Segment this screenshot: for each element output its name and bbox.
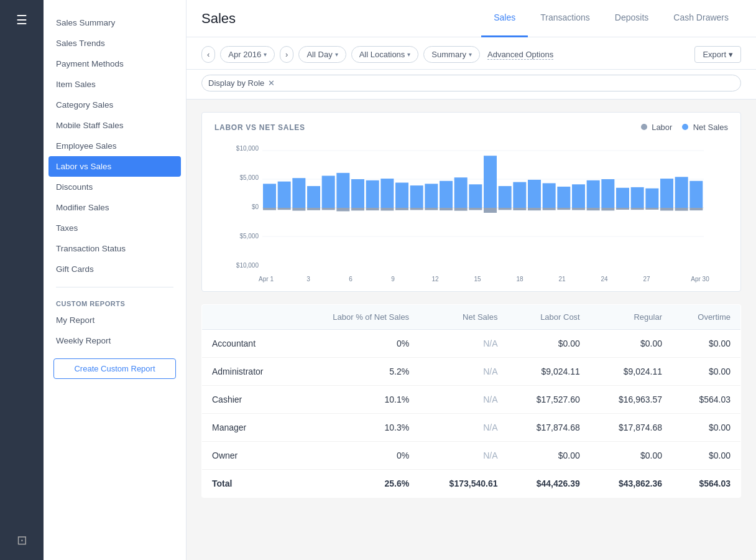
time-filter[interactable]: All Day ▾ [298, 46, 346, 63]
cell-overtime: $0.00 [672, 358, 741, 386]
tab-cash-drawers[interactable]: Cash Drawers [661, 0, 741, 37]
labor-legend: Labor [641, 123, 672, 132]
hamburger-icon[interactable]: ☰ [16, 12, 27, 27]
table-row: Accountant 0% N/A $0.00 $0.00 $0.00 [202, 330, 741, 358]
cell-labor-pct: 10.1% [294, 386, 419, 414]
bar-labor [292, 208, 305, 211]
remove-tag-icon[interactable]: ✕ [268, 78, 275, 88]
labor-sales-table: Labor % of Net Sales Net Sales Labor Cos… [201, 304, 741, 498]
page-title: Sales [201, 11, 236, 27]
cell-labor-cost: $9,024.11 [507, 358, 589, 386]
bar-labor [454, 208, 468, 211]
cell-role: Owner [202, 442, 295, 470]
custom-report-weekly-report[interactable]: Weekly Report [44, 330, 186, 351]
bar-labor [469, 208, 482, 210]
summary-chevron-icon: ▾ [469, 51, 472, 58]
cell-net-sales: N/A [419, 414, 507, 442]
cell-net-sales: N/A [419, 442, 507, 470]
bar-net-sales [587, 180, 600, 208]
location-filter[interactable]: All Locations ▾ [351, 46, 419, 63]
col-net-sales: Net Sales [419, 305, 507, 330]
sidebar-item-payment-methods[interactable]: Payment Methods [44, 54, 186, 74]
bar-net-sales [513, 182, 526, 208]
bar-net-sales [660, 179, 673, 208]
bar-net-sales [263, 184, 276, 208]
sidebar-item-mobile-staff-sales[interactable]: Mobile Staff Sales [44, 115, 186, 136]
summary-filter[interactable]: Summary ▾ [423, 46, 480, 63]
sidebar-item-discounts[interactable]: Discounts [44, 177, 186, 197]
sidebar-item-labor-vs-sales[interactable]: Labor vs Sales [48, 156, 181, 177]
bar-labor [484, 208, 497, 213]
sidebar-item-modifier-sales[interactable]: Modifier Sales [44, 197, 186, 218]
create-custom-report-button[interactable]: Create Custom Report [53, 358, 176, 379]
bar-net-sales [543, 183, 556, 208]
table-row: Cashier 10.1% N/A $17,527.60 $16,963.57 … [202, 386, 741, 414]
bar-labor [557, 208, 570, 210]
date-filter[interactable]: Apr 2016 ▾ [220, 46, 275, 63]
advanced-options-link[interactable]: Advanced Options [487, 50, 553, 60]
tab-transactions[interactable]: Transactions [528, 0, 602, 37]
bar-net-sales [380, 179, 394, 208]
tab-sales[interactable]: Sales [481, 0, 528, 37]
sidebar-item-taxes[interactable]: Taxes [44, 218, 186, 238]
sidebar-item-category-sales[interactable]: Category Sales [44, 95, 186, 115]
bar-net-sales [351, 179, 364, 208]
sidebar-item-sales-trends[interactable]: Sales Trends [44, 33, 186, 54]
table-row: Manager 10.3% N/A $17,874.68 $17,874.68 … [202, 414, 741, 442]
content-area: LABOR VS NET SALES Labor Net Sales $10,0… [187, 100, 756, 560]
next-date-button[interactable]: › [280, 46, 293, 63]
bar-net-sales [366, 180, 379, 208]
svg-text:6: 6 [349, 276, 353, 282]
bar-net-sales [499, 186, 512, 208]
app-icon: ⊡ [17, 533, 27, 548]
col-regular: Regular [590, 305, 672, 330]
svg-text:$5,000: $5,000 [239, 174, 259, 181]
chart-svg-wrapper: $10,000 $5,000 $0 $5,000 $10,000 Apr 1 3… [214, 139, 728, 285]
cell-labor-cost: $0.00 [507, 330, 589, 358]
sidebar-item-sales-summary[interactable]: Sales Summary [44, 12, 186, 33]
summary-filter-label: Summary [431, 50, 466, 59]
export-chevron-icon: ▾ [729, 50, 733, 59]
bar-labor [572, 208, 585, 210]
bar-labor [587, 208, 600, 210]
svg-text:27: 27 [643, 276, 650, 282]
sidebar-item-gift-cards[interactable]: Gift Cards [44, 259, 186, 279]
bar-labor [499, 208, 512, 210]
cell-labor-cost: $0.00 [507, 442, 589, 470]
svg-text:9: 9 [391, 276, 395, 282]
cell-regular: $0.00 [590, 442, 672, 470]
table-row: Total 25.6% $173,540.61 $44,426.39 $43,8… [202, 470, 741, 498]
prev-date-button[interactable]: ‹ [201, 46, 215, 63]
svg-text:15: 15 [474, 276, 481, 282]
bar-net-sales [454, 177, 468, 208]
cell-net-sales: N/A [419, 330, 507, 358]
sidebar-item-employee-sales[interactable]: Employee Sales [44, 136, 186, 156]
net-sales-legend: Net Sales [682, 123, 728, 132]
bar-net-sales [631, 187, 644, 208]
cell-labor-pct: 0% [294, 330, 419, 358]
col-overtime: Overtime [672, 305, 741, 330]
sidebar-item-item-sales[interactable]: Item Sales [44, 74, 186, 95]
svg-text:$10,000: $10,000 [236, 145, 259, 152]
cell-role: Administrator [202, 358, 295, 386]
bar-labor [263, 208, 276, 210]
labor-dot [641, 124, 647, 130]
bar-net-sales [601, 179, 614, 208]
export-button[interactable]: Export ▾ [694, 46, 741, 63]
table-row: Administrator 5.2% N/A $9,024.11 $9,024.… [202, 358, 741, 386]
cell-role: Manager [202, 414, 295, 442]
svg-text:Apr 1: Apr 1 [259, 276, 274, 282]
bar-labor [601, 208, 614, 210]
cell-role: Cashier [202, 386, 295, 414]
bar-net-sales [469, 184, 482, 208]
chart-container: LABOR VS NET SALES Labor Net Sales $10,0… [201, 112, 741, 292]
cell-labor-cost: $17,874.68 [507, 414, 589, 442]
cell-regular: $0.00 [590, 330, 672, 358]
custom-report-my-report[interactable]: My Report [44, 310, 186, 330]
cell-overtime: $564.03 [672, 470, 741, 498]
tag-label: Display by Role [208, 78, 264, 88]
sidebar-item-transaction-status[interactable]: Transaction Status [44, 238, 186, 259]
tab-deposits[interactable]: Deposits [602, 0, 661, 37]
bar-net-sales [278, 182, 291, 208]
time-filter-label: All Day [307, 50, 332, 59]
